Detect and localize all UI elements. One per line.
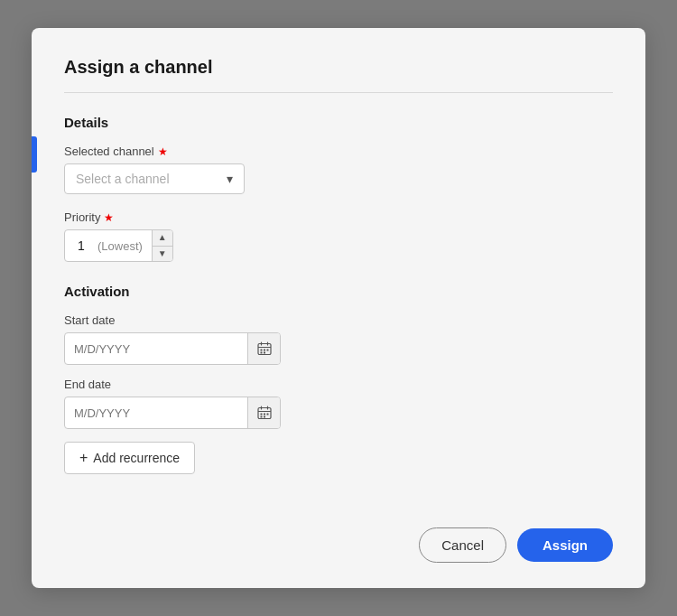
start-date-field: Start date [64, 313, 613, 365]
details-section-label: Details [64, 115, 613, 130]
details-section: Details Selected channel ★ Select a chan… [64, 115, 613, 262]
assign-button[interactable]: Assign [517, 528, 613, 562]
activation-section: Activation Start date [64, 284, 613, 474]
priority-decrement-button[interactable]: ▼ [153, 247, 172, 262]
end-date-calendar-button[interactable] [247, 397, 280, 428]
calendar-icon [257, 341, 272, 356]
add-recurrence-button[interactable]: + Add recurrence [64, 442, 195, 474]
priority-row: 1 (Lowest) ▲ ▼ [64, 229, 613, 262]
priority-field-label: Priority ★ [64, 210, 613, 224]
left-accent-bar [32, 136, 37, 173]
svg-rect-6 [266, 350, 268, 351]
activation-section-label: Activation [64, 284, 613, 299]
svg-rect-15 [266, 414, 268, 415]
add-recurrence-label: Add recurrence [93, 451, 180, 465]
plus-icon: + [79, 450, 88, 466]
end-date-field: End date [64, 378, 613, 429]
svg-rect-14 [264, 414, 265, 415]
svg-rect-8 [264, 352, 265, 354]
modal-footer: Cancel Assign [64, 506, 613, 563]
start-date-label: Start date [64, 313, 613, 327]
chevron-down-icon: ▾ [227, 172, 233, 186]
channel-field-label: Selected channel ★ [64, 145, 613, 158]
svg-rect-17 [264, 416, 265, 418]
svg-rect-4 [260, 350, 262, 351]
channel-select-placeholder: Select a channel [76, 172, 170, 186]
end-date-label: End date [64, 378, 613, 391]
title-divider [64, 92, 613, 93]
priority-input-wrapper: 1 (Lowest) ▲ ▼ [64, 229, 173, 262]
svg-rect-13 [260, 414, 262, 415]
priority-spinners: ▲ ▼ [152, 230, 172, 261]
svg-rect-5 [264, 350, 265, 351]
modal-title: Assign a channel [64, 57, 613, 78]
end-date-input-wrapper [64, 397, 281, 429]
calendar-icon [257, 406, 272, 420]
assign-channel-modal: Assign a channel Details Selected channe… [32, 28, 645, 588]
end-date-input[interactable] [65, 406, 247, 420]
channel-select-dropdown[interactable]: Select a channel ▾ [64, 163, 245, 194]
cancel-button[interactable]: Cancel [419, 527, 506, 563]
priority-value: 1 [65, 238, 97, 253]
start-date-input[interactable] [65, 342, 247, 356]
channel-required-star: ★ [158, 145, 168, 158]
svg-rect-7 [260, 352, 262, 354]
modal-overlay: Assign a channel Details Selected channe… [0, 0, 677, 616]
start-date-calendar-button[interactable] [247, 333, 280, 364]
priority-hint: (Lowest) [97, 239, 152, 253]
priority-increment-button[interactable]: ▲ [153, 230, 172, 247]
start-date-input-wrapper [64, 332, 281, 365]
svg-rect-16 [260, 416, 262, 418]
priority-required-star: ★ [104, 211, 114, 224]
